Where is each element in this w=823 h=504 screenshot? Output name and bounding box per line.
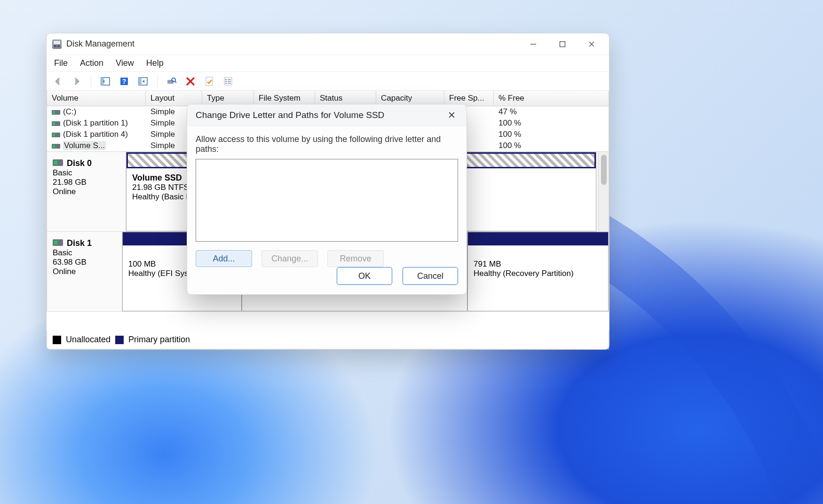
- menu-file[interactable]: File: [53, 56, 69, 70]
- ok-button[interactable]: OK: [337, 267, 392, 285]
- svg-rect-6: [139, 78, 142, 85]
- menu-view[interactable]: View: [115, 56, 135, 70]
- maximize-button[interactable]: [548, 33, 577, 55]
- vertical-scrollbar[interactable]: [598, 152, 609, 231]
- cancel-button[interactable]: Cancel: [403, 267, 458, 285]
- drive-icon: [52, 144, 60, 149]
- drive-icon: [52, 110, 60, 115]
- dialog-button-row: Add... Change... Remove: [196, 250, 458, 267]
- change-drive-letter-dialog: Change Drive Letter and Paths for Volume…: [187, 104, 467, 295]
- disk-type: Basic: [53, 248, 72, 257]
- help-icon: ?: [119, 76, 129, 87]
- disk-title: Disk 0: [67, 158, 92, 168]
- window-controls: [519, 33, 606, 55]
- volume-name: (C:): [63, 107, 76, 116]
- panel-icon: [100, 76, 111, 87]
- close-button[interactable]: [577, 33, 606, 55]
- disk-info[interactable]: Disk 0 Basic 21.98 GB Online: [47, 152, 126, 231]
- forward-button[interactable]: [70, 75, 83, 88]
- sheet-check-icon: [204, 76, 214, 87]
- partition-size: 21.98 GB NTFS: [132, 183, 189, 192]
- list-check-icon: [223, 76, 233, 87]
- toolbar-separator: [91, 75, 91, 87]
- change-button: Change...: [261, 250, 318, 267]
- show-hide-tree-button[interactable]: [99, 75, 112, 88]
- legend-primary: Primary partition: [128, 335, 190, 345]
- disk-icon: [53, 239, 63, 246]
- volume-pct: 100 %: [494, 129, 560, 140]
- dialog-title: Change Drive Letter and Paths for Volume…: [196, 110, 384, 120]
- refresh-panel-icon: [138, 76, 148, 87]
- maximize-icon: [559, 41, 566, 47]
- dialog-footer: OK Cancel: [187, 267, 467, 294]
- back-button[interactable]: [51, 75, 64, 88]
- close-icon: [448, 111, 455, 118]
- partition-name: Volume SSD: [132, 173, 182, 182]
- toolbar: ?: [47, 72, 609, 91]
- col-pct[interactable]: % Free: [494, 91, 560, 106]
- close-icon: [588, 41, 595, 47]
- rescan-button[interactable]: [165, 75, 178, 88]
- refresh-button[interactable]: [136, 75, 150, 88]
- menu-help[interactable]: Help: [145, 56, 165, 70]
- delete-button[interactable]: [184, 75, 197, 88]
- partition-size: 100 MB: [128, 260, 156, 268]
- legend-unallocated: Unallocated: [66, 335, 111, 345]
- legend: Unallocated Primary partition: [47, 331, 609, 349]
- partition-size: 791 MB: [474, 260, 501, 268]
- dialog-titlebar: Change Drive Letter and Paths for Volume…: [187, 104, 467, 126]
- menubar: File Action View Help: [47, 55, 609, 72]
- toolbar-separator: [157, 75, 158, 87]
- menu-action[interactable]: Action: [79, 56, 104, 70]
- minimize-icon: [530, 41, 537, 47]
- volume-name: (Disk 1 partition 4): [63, 130, 128, 139]
- legend-swatch-unallocated: [53, 336, 61, 344]
- volume-name: Volume S...: [63, 141, 106, 150]
- disk-state: Online: [53, 267, 76, 276]
- disk-title: Disk 1: [67, 238, 92, 248]
- volume-pct: 100 %: [494, 140, 560, 151]
- svg-rect-9: [206, 77, 213, 86]
- titlebar: Disk Management: [47, 33, 609, 55]
- delete-x-icon: [185, 76, 196, 87]
- col-volume[interactable]: Volume: [47, 91, 146, 106]
- dialog-body: Allow access to this volume by using the…: [187, 126, 467, 267]
- drive-icon: [52, 133, 60, 137]
- disk-state: Online: [53, 187, 76, 196]
- disk-info[interactable]: Disk 1 Basic 63.98 GB Online: [47, 232, 122, 311]
- window-title: Disk Management: [66, 39, 135, 49]
- minimize-button[interactable]: [519, 33, 548, 55]
- dialog-close-button[interactable]: [441, 105, 462, 126]
- scrollbar-thumb[interactable]: [601, 155, 607, 185]
- drive-search-icon: [166, 76, 177, 87]
- properties-button[interactable]: [203, 75, 216, 88]
- svg-rect-0: [560, 41, 565, 47]
- legend-swatch-primary: [115, 336, 124, 344]
- disk-type: Basic: [53, 168, 72, 177]
- disk-size: 63.98 GB: [53, 258, 87, 267]
- settings-button[interactable]: [222, 75, 235, 88]
- remove-button: Remove: [327, 250, 384, 267]
- volume-pct: 47 %: [494, 106, 560, 118]
- help-button[interactable]: ?: [118, 75, 131, 88]
- svg-text:?: ?: [122, 78, 127, 85]
- volume-pct: 100 %: [494, 118, 560, 129]
- disk-size: 21.98 GB: [53, 178, 87, 187]
- drive-icon: [52, 121, 60, 126]
- partition-header-bar: [468, 232, 608, 245]
- arrow-right-icon: [71, 76, 82, 87]
- volume-name: (Disk 1 partition 1): [63, 118, 128, 127]
- paths-listbox[interactable]: [196, 159, 458, 242]
- arrow-left-icon: [53, 76, 63, 87]
- partition[interactable]: 791 MB Healthy (Recovery Partition): [467, 232, 609, 311]
- disk-icon: [53, 159, 63, 166]
- dialog-instruction: Allow access to this volume by using the…: [196, 134, 458, 154]
- app-icon: [52, 39, 62, 49]
- add-button[interactable]: Add...: [196, 250, 252, 267]
- partition-status: Healthy (Recovery Partition): [474, 269, 574, 278]
